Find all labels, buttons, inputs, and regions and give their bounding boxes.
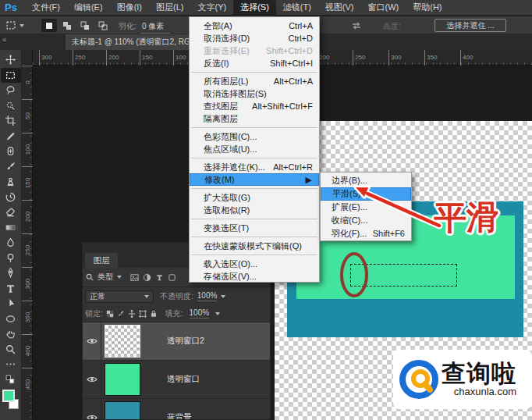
feather-input[interactable]: 0 像素 [140,21,170,34]
tool-preset-dropdown[interactable] [5,20,31,31]
menu-item[interactable] [191,72,317,73]
menubar-item[interactable]: 图层(L) [149,0,190,16]
menu-item[interactable]: 选取相似(R) [190,204,319,216]
lock-paint-icon[interactable] [117,310,125,318]
menubar-item[interactable]: 图像(I) [110,0,149,16]
path-selection-tool[interactable] [1,296,21,311]
filter-type-icon[interactable] [155,273,164,282]
lock-transparent-icon[interactable] [106,310,114,318]
menu-item[interactable]: 存储选区(V)... [190,270,319,283]
layer-row[interactable]: 蓝背景 [83,399,270,420]
fill-value[interactable]: 100% [190,308,210,319]
layer-thumbnail[interactable] [105,325,140,358]
menubar-item[interactable]: 帮助(H) [406,0,449,16]
menubar-item[interactable]: 窗口(W) [361,0,406,16]
type-tool[interactable] [1,281,21,297]
submenu-item[interactable]: 羽化(F)... Shift+F6 [321,227,411,240]
layer-name[interactable]: 透明窗口2 [167,336,204,347]
intersect-selection-button[interactable] [95,19,111,32]
lock-all-icon[interactable] [150,310,158,318]
spot-healing-brush-tool[interactable] [1,144,21,159]
menu-item[interactable]: 焦点区域(U)... [190,143,319,155]
opacity-value[interactable]: 100% [197,291,218,301]
lasso-tool[interactable] [1,83,21,98]
layer-name[interactable]: 蓝背景 [167,412,192,420]
menubar-item[interactable]: 滤镜(T) [276,0,318,16]
menu-item[interactable]: 载入选区(O)... [190,258,319,270]
menu-item[interactable] [191,254,317,255]
menu-item[interactable]: 选择并遮住(K)... Alt+Ctrl+R [190,161,319,173]
submenu-item[interactable]: 收缩(C)... [321,214,411,227]
panel-collapse-icon[interactable]: « [2,35,7,44]
subtract-selection-button[interactable] [77,19,93,32]
menu-item[interactable] [191,219,317,219]
menu-item[interactable]: 反选(I) Shift+Ctrl+I [190,57,319,69]
lock-artboard-icon[interactable] [139,310,147,318]
menubar-item[interactable]: 文字(Y) [190,0,233,16]
menu-item[interactable]: 色彩范围(C)... [190,130,319,143]
submenu-item[interactable]: 平滑(S)... [321,187,411,201]
menu-item[interactable]: 变换选区(T) [190,222,319,234]
foreground-color-swatch[interactable] [2,390,15,402]
clone-stamp-tool[interactable] [1,174,21,190]
filter-adjustment-icon[interactable] [143,273,151,282]
move-tool[interactable] [1,52,21,68]
menu-item[interactable]: 重新选择(E) Shift+Ctrl+D [190,44,319,57]
pen-tool[interactable] [1,265,21,281]
submenu-item[interactable]: 边界(B)... [321,174,411,187]
visibility-toggle[interactable] [83,322,101,360]
menubar-item[interactable]: 选择(S) [233,0,276,16]
visibility-toggle[interactable] [83,361,101,398]
toolbar-ellipsis[interactable] [1,357,21,372]
default-colors-icon[interactable] [1,372,21,388]
brush-tool[interactable] [1,159,21,175]
filter-pixel-icon[interactable] [130,273,139,282]
shape-tool[interactable] [1,311,21,327]
swap-dimensions-icon[interactable] [351,21,362,30]
blur-tool[interactable] [1,235,21,251]
layers-tab[interactable]: 图层 [85,253,118,268]
menu-item[interactable]: 查找图层 Alt+Shift+Ctrl+F [190,100,319,112]
menu-item[interactable]: 扩大选取(G) [190,191,319,204]
filter-type-label[interactable]: 类型 [98,272,113,283]
lock-move-icon[interactable] [128,310,136,318]
menu-item[interactable]: 全部(A) Ctrl+A [190,20,319,32]
layer-row[interactable]: 透明窗口 [83,361,270,399]
eraser-tool[interactable] [1,205,21,220]
zoom-tool[interactable] [1,342,21,358]
filter-shape-icon[interactable] [168,273,176,282]
menu-item[interactable]: 取消选择图层(S) [190,87,319,100]
submenu-item[interactable]: 扩展(E)... [321,201,411,214]
crop-tool[interactable] [1,113,21,129]
menu-item[interactable]: 修改(M) ▶ [190,173,319,186]
gradient-tool[interactable] [1,220,21,236]
menu-item[interactable]: 隔离图层 [190,112,319,125]
color-swatches[interactable] [1,389,21,415]
menu-item[interactable] [191,158,317,158]
quick-selection-tool[interactable] [1,98,21,114]
add-selection-button[interactable] [59,19,75,32]
menubar-item[interactable]: 文件(F) [25,0,67,16]
visibility-toggle[interactable] [83,399,101,420]
menu-item[interactable]: 取消选择(D) Ctrl+D [190,32,319,44]
blend-mode-dropdown[interactable]: 正常 [85,290,154,303]
menu-item[interactable] [191,237,317,237]
marquee-icon [5,70,16,80]
history-brush-tool[interactable] [1,190,21,205]
rectangular-marquee-tool[interactable] [1,68,21,84]
menubar-item[interactable]: 视图(V) [318,0,361,16]
layer-name[interactable]: 透明窗口 [167,374,200,385]
layer-row[interactable]: 透明窗口2 [83,322,270,361]
new-selection-button[interactable] [41,19,57,32]
eyedropper-tool[interactable] [1,129,21,144]
menu-item[interactable] [191,188,317,189]
layer-thumbnail[interactable] [105,363,140,396]
menu-item[interactable] [191,127,317,128]
layer-thumbnail[interactable] [105,401,140,420]
menu-item[interactable]: 在快速蒙版模式下编辑(Q) [190,240,319,252]
menubar-item[interactable]: 编辑(E) [67,0,110,16]
menu-item[interactable]: 所有图层(L) Alt+Ctrl+A [190,75,319,87]
dodge-tool[interactable] [1,251,21,266]
hand-tool[interactable] [1,326,21,342]
select-and-mask-button[interactable]: 选择并遮住 ... [434,19,506,32]
